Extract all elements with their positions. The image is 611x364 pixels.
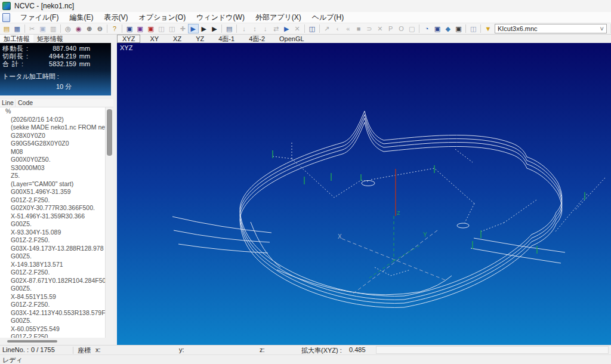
gcode-row[interactable]: G00Z5. [0, 252, 105, 261]
gcode-row[interactable]: G00X0Y0Z50. [0, 156, 105, 164]
redraw-icon[interactable]: ▣ [124, 24, 135, 33]
gcode-horizontal-scrollbar[interactable] [0, 338, 113, 345]
gcode-row[interactable]: G01Z-2.F250. [0, 196, 105, 205]
gcode-row[interactable]: G01Z-2.F250. [0, 269, 105, 277]
zoom-select-icon[interactable]: ◉ [73, 24, 84, 33]
gcode-row[interactable]: X-84.551Y15.59 [0, 293, 105, 301]
horizontal-scroll-thumb[interactable] [7, 340, 57, 343]
view-close-icon[interactable]: ✕ [375, 24, 385, 33]
view-tab-OpenGL[interactable]: OpenGL [274, 35, 309, 42]
ext-app-cad-icon[interactable]: ◆ [443, 24, 453, 33]
line-column-header[interactable]: Line [0, 99, 16, 107]
trace-fast-icon[interactable]: ▶ [209, 24, 220, 33]
gcode-row[interactable]: G00X51.496Y-31.359 [0, 188, 105, 196]
gcode-row[interactable]: % [0, 107, 105, 116]
properties-icon[interactable]: ▤ [224, 24, 234, 33]
gcode-row[interactable]: G28X0Y0Z0 [0, 132, 105, 140]
gcode-row[interactable]: X-60.055Y25.549 [0, 325, 105, 334]
point-mode-icon[interactable]: P [385, 24, 396, 33]
gcode-row[interactable]: (2026/02/16 14:02) [0, 116, 105, 124]
view-tab-XZ[interactable]: XZ [168, 35, 186, 42]
gcode-row[interactable]: G01Z-2.F250. [0, 333, 105, 338]
gcode-row[interactable]: G02X0Y-30.777R30.366F500. [0, 204, 105, 212]
gcode-list[interactable]: %(2026/02/16 14:02)(sekke MADE neko1.nc … [0, 107, 105, 338]
menu-item[interactable]: オプション(O) [133, 11, 191, 24]
gcode-row[interactable]: X-149.138Y13.571 [0, 261, 105, 269]
zoom-in-icon[interactable]: ⊕ [84, 24, 95, 33]
copy-icon[interactable]: ▣ [37, 24, 48, 33]
gcode-row[interactable]: S30000M03 [0, 164, 105, 172]
gcode-row[interactable]: G02X-87.671Y0.182R104.284F50 [0, 277, 105, 285]
panel-tab-矩形情報[interactable]: 矩形情報 [33, 35, 67, 43]
circle-mode-icon[interactable]: O [396, 24, 407, 33]
chevron-down-icon[interactable]: ˅ [600, 25, 603, 32]
gcode-row[interactable]: G00Z5. [0, 317, 105, 325]
gcode-row[interactable]: Z5. [0, 172, 105, 180]
gcode-row[interactable]: G01Z-2.F250. [0, 301, 105, 309]
menu-item[interactable]: 編集(E) [64, 11, 98, 24]
machine-stop-icon[interactable]: ✕ [292, 24, 303, 33]
menu-item[interactable]: 外部アプリ(X) [250, 11, 307, 24]
trace-run-icon[interactable]: ▶ [188, 24, 199, 33]
cut-icon[interactable]: ✂ [27, 24, 38, 33]
pan-view-icon[interactable]: ◎ [63, 24, 73, 33]
view-back-icon[interactable]: ‹ [332, 24, 343, 33]
machine-file-combobox[interactable]: KIcut3x6.mnc ˅ [495, 24, 607, 33]
code-column-header[interactable]: Code [16, 99, 33, 107]
view-tab-4面-1[interactable]: 4面-1 [214, 35, 239, 42]
view-tab-YZ[interactable]: YZ [191, 35, 209, 42]
grab-icon[interactable]: ✚ [177, 24, 188, 33]
view-rotate-icon[interactable]: ⊃ [364, 24, 375, 33]
gcode-row[interactable]: (sekke MADE neko1.nc FROM ne [0, 124, 105, 132]
redraw-layer-icon[interactable]: ▣ [135, 24, 146, 33]
view-tab-4面-2[interactable]: 4面-2 [244, 35, 270, 42]
menu-item[interactable]: ファイル(F) [15, 11, 64, 24]
gcode-vertical-scrollbar[interactable] [105, 107, 113, 338]
save-icon[interactable]: ▦ [12, 24, 23, 33]
gcode-row[interactable]: G00Z5. [0, 220, 105, 229]
filter-icon[interactable]: ▼ [483, 24, 493, 33]
prev-block-icon[interactable]: ◫ [156, 24, 167, 33]
gcode-row[interactable]: X-93.304Y-15.089 [0, 229, 105, 237]
gcode-row[interactable]: (Layer="CAM00" start) [0, 180, 105, 189]
gcode-row[interactable]: G03X-149.173Y-13.288R128.978 [0, 245, 105, 253]
next-block-icon[interactable]: ◫ [166, 24, 177, 33]
document-icon[interactable] [2, 13, 10, 22]
open-file-icon[interactable]: ▤ [1, 24, 12, 33]
vertical-scroll-thumb[interactable] [107, 109, 112, 156]
paste-icon[interactable]: ▥ [48, 24, 58, 33]
view-tab-XYZ[interactable]: XYZ [117, 35, 140, 43]
menu-item[interactable]: 表示(V) [98, 11, 133, 24]
gcode-row[interactable]: G01Z-2.F250. [0, 236, 105, 245]
gcode-row[interactable]: G90G54G28X0Y0Z0 [0, 140, 105, 148]
help-icon[interactable]: ? [109, 24, 120, 33]
refresh-icon[interactable]: ⇄ [271, 24, 282, 33]
menu-item[interactable]: ウィンドウ(W) [191, 11, 250, 24]
stop-redraw-icon[interactable]: ▣ [146, 24, 156, 33]
gcode-row[interactable]: G00Z5. [0, 285, 105, 293]
frame-mode-icon[interactable]: ▢ [406, 24, 417, 33]
view-first-icon[interactable]: « [342, 24, 353, 33]
fit-view-icon[interactable]: ↗ [322, 24, 332, 33]
send-dnc-icon[interactable]: ↕ [249, 24, 260, 33]
panel-tab-加工情報[interactable]: 加工情報 [0, 35, 33, 43]
gcode-row[interactable]: M08 [0, 148, 105, 156]
menu-bar: ファイル(F)編集(E)表示(V)オプション(O)ウィンドウ(W)外部アプリ(X… [0, 12, 611, 23]
capture-icon[interactable]: ◫ [307, 24, 317, 33]
send-ncd-icon[interactable]: ↓ [239, 24, 249, 33]
toolpath-viewport[interactable]: XYZ [117, 43, 611, 345]
gcode-row[interactable]: G03X-142.113Y40.553R138.579F [0, 309, 105, 317]
ext-app-browser-icon[interactable]: ◔ [421, 24, 432, 33]
zoom-out-icon[interactable]: ⊖ [94, 24, 105, 33]
gcode-row[interactable]: X-51.496Y-31.359R30.366 [0, 212, 105, 221]
view-stop-icon[interactable]: ■ [353, 24, 364, 33]
small-tool-icon[interactable]: ◫ [468, 24, 479, 33]
send-file-icon[interactable]: ↓ [260, 24, 271, 33]
ncvc-window: NCVC - [neko1.nc] ファイル(F)編集(E)表示(V)オプション… [0, 0, 611, 364]
machine-start-icon[interactable]: ▶ [281, 24, 292, 33]
menu-item[interactable]: ヘルプ(H) [307, 11, 350, 24]
ext-app-sim-icon[interactable]: ▣ [453, 24, 464, 33]
trace-step-icon[interactable]: ▶ [199, 24, 209, 33]
ext-app-editor-icon[interactable]: ▣ [432, 24, 443, 33]
view-tab-XY[interactable]: XY [145, 35, 163, 42]
